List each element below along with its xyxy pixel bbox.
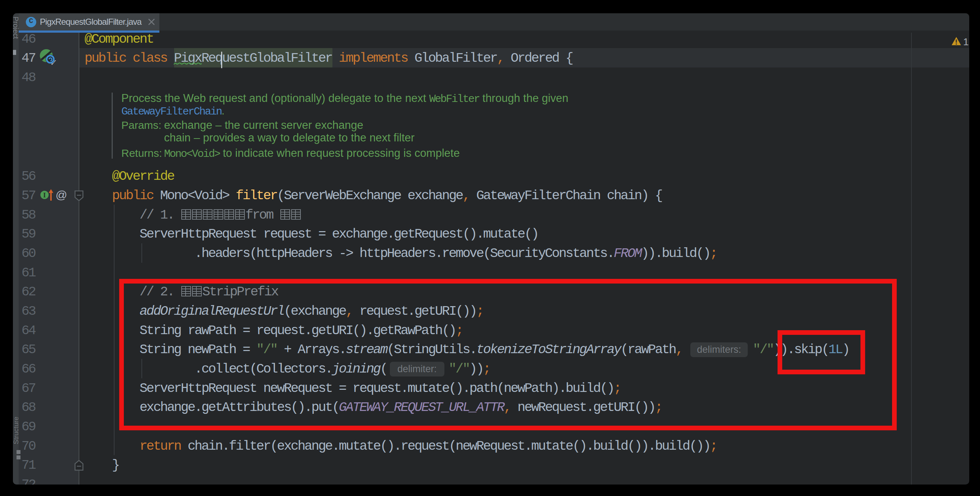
svg-text:@: @: [56, 188, 67, 201]
svg-text:I: I: [43, 191, 46, 199]
